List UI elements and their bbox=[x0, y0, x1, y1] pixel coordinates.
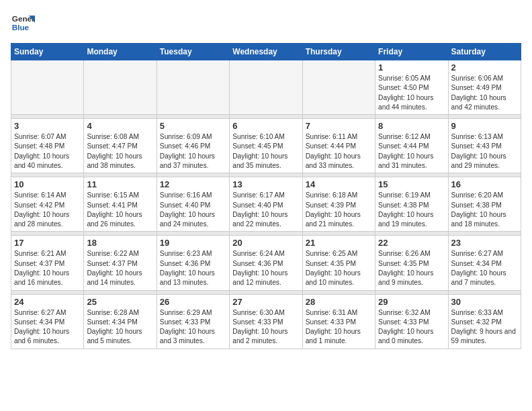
day-number: 29 bbox=[378, 297, 445, 307]
day-info: Sunrise: 6:19 AM Sunset: 4:38 PM Dayligh… bbox=[378, 191, 445, 229]
calendar-day-cell: 20 Sunrise: 6:24 AM Sunset: 4:36 PM Dayl… bbox=[230, 236, 302, 290]
sunset-text: Sunset: 4:32 PM bbox=[451, 318, 502, 326]
sunrise-text: Sunrise: 6:12 AM bbox=[378, 133, 431, 140]
calendar-day-cell bbox=[157, 60, 229, 115]
page-header: General Blue bbox=[11, 11, 521, 35]
calendar-week-row: 1 Sunrise: 6:05 AM Sunset: 4:50 PM Dayli… bbox=[11, 60, 521, 115]
daylight-text: Daylight: 10 hours and 10 minutes. bbox=[306, 269, 361, 286]
calendar-day-cell: 8 Sunrise: 6:12 AM Sunset: 4:44 PM Dayli… bbox=[375, 119, 448, 173]
weekday-header: Friday bbox=[375, 44, 448, 60]
calendar-day-cell: 22 Sunrise: 6:26 AM Sunset: 4:35 PM Dayl… bbox=[375, 236, 448, 290]
sunset-text: Sunset: 4:34 PM bbox=[451, 260, 502, 267]
sunrise-text: Sunrise: 6:31 AM bbox=[306, 309, 358, 316]
day-number: 17 bbox=[14, 238, 81, 248]
calendar-day-cell: 23 Sunrise: 6:27 AM Sunset: 4:34 PM Dayl… bbox=[448, 236, 521, 290]
sunrise-text: Sunrise: 6:32 AM bbox=[378, 309, 431, 316]
sunrise-text: Sunrise: 6:27 AM bbox=[14, 309, 66, 316]
calendar-day-cell bbox=[84, 60, 157, 115]
daylight-text: Daylight: 10 hours and 31 minutes. bbox=[378, 152, 433, 169]
day-info: Sunrise: 6:17 AM Sunset: 4:40 PM Dayligh… bbox=[232, 191, 299, 229]
sunset-text: Sunset: 4:37 PM bbox=[14, 260, 64, 267]
calendar-day-cell: 11 Sunrise: 6:15 AM Sunset: 4:41 PM Dayl… bbox=[84, 177, 157, 232]
sunrise-text: Sunrise: 6:10 AM bbox=[232, 133, 285, 140]
sunset-text: Sunset: 4:47 PM bbox=[87, 142, 137, 150]
sunrise-text: Sunrise: 6:22 AM bbox=[87, 250, 139, 257]
day-number: 2 bbox=[451, 62, 518, 73]
day-number: 7 bbox=[306, 121, 372, 131]
calendar-day-cell: 19 Sunrise: 6:23 AM Sunset: 4:36 PM Dayl… bbox=[157, 236, 229, 290]
calendar-day-cell: 24 Sunrise: 6:27 AM Sunset: 4:34 PM Dayl… bbox=[11, 294, 84, 349]
sunset-text: Sunset: 4:44 PM bbox=[378, 142, 429, 150]
day-number: 11 bbox=[87, 179, 153, 189]
sunset-text: Sunset: 4:46 PM bbox=[160, 142, 210, 150]
sunset-text: Sunset: 4:33 PM bbox=[232, 318, 283, 326]
day-info: Sunrise: 6:12 AM Sunset: 4:44 PM Dayligh… bbox=[378, 132, 445, 171]
day-info: Sunrise: 6:31 AM Sunset: 4:33 PM Dayligh… bbox=[306, 308, 372, 347]
calendar-day-cell bbox=[11, 60, 84, 115]
weekday-header: Sunday bbox=[11, 44, 84, 60]
weekday-header: Monday bbox=[84, 44, 157, 60]
day-info: Sunrise: 6:08 AM Sunset: 4:47 PM Dayligh… bbox=[87, 132, 153, 171]
sunrise-text: Sunrise: 6:33 AM bbox=[451, 309, 504, 316]
daylight-text: Daylight: 10 hours and 9 minutes. bbox=[378, 269, 433, 286]
day-number: 13 bbox=[232, 179, 299, 189]
sunset-text: Sunset: 4:38 PM bbox=[378, 201, 429, 209]
calendar-day-cell: 12 Sunrise: 6:16 AM Sunset: 4:40 PM Dayl… bbox=[157, 177, 229, 232]
daylight-text: Daylight: 10 hours and 28 minutes. bbox=[14, 211, 69, 228]
sunset-text: Sunset: 4:38 PM bbox=[451, 201, 502, 209]
calendar-day-cell: 14 Sunrise: 6:18 AM Sunset: 4:39 PM Dayl… bbox=[302, 177, 375, 232]
calendar-day-cell: 26 Sunrise: 6:29 AM Sunset: 4:33 PM Dayl… bbox=[157, 294, 229, 349]
sunrise-text: Sunrise: 6:30 AM bbox=[232, 309, 285, 316]
day-number: 30 bbox=[451, 297, 518, 307]
day-info: Sunrise: 6:05 AM Sunset: 4:50 PM Dayligh… bbox=[378, 74, 445, 112]
svg-text:Blue: Blue bbox=[12, 23, 30, 32]
daylight-text: Daylight: 10 hours and 2 minutes. bbox=[232, 328, 287, 345]
day-number: 4 bbox=[87, 121, 153, 131]
day-number: 21 bbox=[306, 238, 372, 248]
calendar-week-row: 10 Sunrise: 6:14 AM Sunset: 4:42 PM Dayl… bbox=[11, 177, 521, 232]
calendar-day-cell: 4 Sunrise: 6:08 AM Sunset: 4:47 PM Dayli… bbox=[84, 119, 157, 173]
sunset-text: Sunset: 4:36 PM bbox=[232, 260, 283, 267]
sunrise-text: Sunrise: 6:17 AM bbox=[232, 191, 285, 199]
daylight-text: Daylight: 10 hours and 35 minutes. bbox=[232, 152, 287, 169]
daylight-text: Daylight: 10 hours and 38 minutes. bbox=[87, 152, 142, 169]
sunrise-text: Sunrise: 6:25 AM bbox=[306, 250, 358, 257]
calendar-week-row: 24 Sunrise: 6:27 AM Sunset: 4:34 PM Dayl… bbox=[11, 294, 521, 349]
sunset-text: Sunset: 4:33 PM bbox=[306, 318, 356, 326]
day-info: Sunrise: 6:21 AM Sunset: 4:37 PM Dayligh… bbox=[14, 249, 81, 287]
sunset-text: Sunset: 4:43 PM bbox=[451, 142, 502, 150]
day-number: 27 bbox=[232, 297, 299, 307]
day-number: 8 bbox=[378, 121, 445, 131]
daylight-text: Daylight: 10 hours and 29 minutes. bbox=[451, 152, 506, 169]
day-info: Sunrise: 6:20 AM Sunset: 4:38 PM Dayligh… bbox=[451, 191, 518, 229]
sunrise-text: Sunrise: 6:11 AM bbox=[306, 133, 358, 140]
calendar-day-cell: 7 Sunrise: 6:11 AM Sunset: 4:44 PM Dayli… bbox=[302, 119, 375, 173]
sunrise-text: Sunrise: 6:05 AM bbox=[378, 75, 431, 82]
day-info: Sunrise: 6:24 AM Sunset: 4:36 PM Dayligh… bbox=[232, 249, 299, 287]
day-info: Sunrise: 6:27 AM Sunset: 4:34 PM Dayligh… bbox=[14, 308, 81, 347]
calendar-day-cell: 27 Sunrise: 6:30 AM Sunset: 4:33 PM Dayl… bbox=[230, 294, 302, 349]
calendar-day-cell bbox=[302, 60, 375, 115]
sunset-text: Sunset: 4:41 PM bbox=[87, 201, 137, 209]
calendar-day-cell: 5 Sunrise: 6:09 AM Sunset: 4:46 PM Dayli… bbox=[157, 119, 229, 173]
daylight-text: Daylight: 10 hours and 14 minutes. bbox=[87, 269, 142, 286]
calendar-day-cell bbox=[230, 60, 302, 115]
day-number: 19 bbox=[160, 238, 226, 248]
day-number: 15 bbox=[378, 179, 445, 189]
day-info: Sunrise: 6:13 AM Sunset: 4:43 PM Dayligh… bbox=[451, 132, 518, 171]
sunset-text: Sunset: 4:35 PM bbox=[306, 260, 356, 267]
sunset-text: Sunset: 4:35 PM bbox=[378, 260, 429, 267]
calendar-day-cell: 9 Sunrise: 6:13 AM Sunset: 4:43 PM Dayli… bbox=[448, 119, 521, 173]
daylight-text: Daylight: 10 hours and 6 minutes. bbox=[14, 328, 69, 345]
daylight-text: Daylight: 10 hours and 16 minutes. bbox=[14, 269, 69, 286]
sunrise-text: Sunrise: 6:26 AM bbox=[378, 250, 431, 257]
day-info: Sunrise: 6:16 AM Sunset: 4:40 PM Dayligh… bbox=[160, 191, 226, 229]
day-number: 28 bbox=[306, 297, 372, 307]
calendar-table: SundayMondayTuesdayWednesdayThursdayFrid… bbox=[11, 43, 521, 349]
day-number: 24 bbox=[14, 297, 81, 307]
calendar-day-cell: 28 Sunrise: 6:31 AM Sunset: 4:33 PM Dayl… bbox=[302, 294, 375, 349]
daylight-text: Daylight: 10 hours and 19 minutes. bbox=[378, 211, 433, 228]
day-number: 25 bbox=[87, 297, 153, 307]
sunset-text: Sunset: 4:40 PM bbox=[232, 201, 283, 209]
sunrise-text: Sunrise: 6:06 AM bbox=[451, 75, 504, 82]
